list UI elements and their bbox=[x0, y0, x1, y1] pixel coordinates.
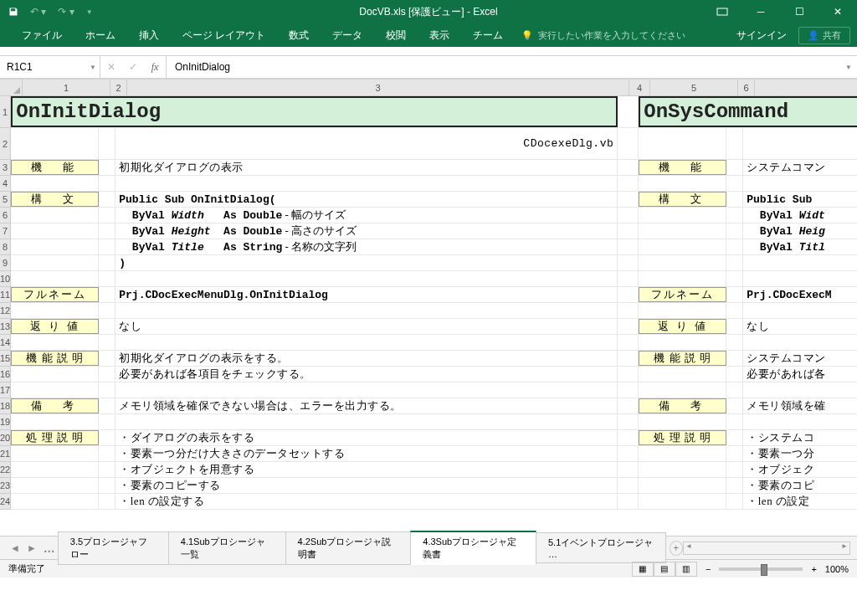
minimize-button[interactable]: ─ bbox=[742, 0, 780, 23]
maximize-button[interactable]: ☐ bbox=[780, 0, 819, 23]
cell[interactable] bbox=[115, 271, 618, 286]
zoom-out-button[interactable]: − bbox=[706, 564, 711, 574]
cell[interactable] bbox=[618, 239, 639, 254]
cell[interactable] bbox=[639, 478, 726, 493]
cell[interactable] bbox=[618, 287, 639, 302]
tab-review[interactable]: 校閲 bbox=[374, 23, 418, 47]
tab-file[interactable]: ファイル bbox=[10, 23, 74, 47]
cell[interactable] bbox=[618, 494, 639, 509]
cell[interactable] bbox=[99, 239, 115, 254]
cell[interactable] bbox=[639, 239, 726, 254]
cell[interactable] bbox=[99, 462, 115, 477]
sheet-tab[interactable]: 3.5プロシージャフロー bbox=[58, 531, 169, 565]
cell[interactable] bbox=[115, 382, 618, 398]
cell[interactable] bbox=[726, 398, 743, 413]
cell[interactable] bbox=[726, 414, 743, 429]
label-cell[interactable]: 備 考 bbox=[11, 398, 99, 413]
cell[interactable]: Public Sub bbox=[743, 192, 857, 207]
view-normal-icon[interactable]: ▦ bbox=[632, 562, 654, 577]
sheet-tab-active[interactable]: 4.3Subプロシージャ定義書 bbox=[410, 531, 536, 565]
cell[interactable] bbox=[726, 287, 743, 302]
select-all-button[interactable] bbox=[0, 80, 23, 95]
cell[interactable] bbox=[618, 223, 639, 239]
cell[interactable] bbox=[726, 128, 743, 159]
cell[interactable]: なし bbox=[743, 319, 857, 334]
row-header[interactable]: 7 bbox=[0, 223, 11, 239]
cell[interactable] bbox=[639, 335, 726, 350]
cell[interactable] bbox=[11, 494, 99, 509]
cell[interactable] bbox=[618, 430, 639, 445]
cell[interactable] bbox=[99, 398, 115, 413]
tab-overflow[interactable]: … bbox=[40, 542, 59, 555]
share-button[interactable]: 👤 共有 bbox=[798, 27, 850, 44]
cell[interactable]: 必要があれば各項目をチェックする。 bbox=[115, 367, 618, 382]
tab-team[interactable]: チーム bbox=[461, 23, 515, 47]
label-cell[interactable]: 処 理 説 明 bbox=[639, 430, 726, 445]
cell[interactable]: ・len の設定 bbox=[743, 494, 857, 509]
cell[interactable] bbox=[618, 446, 639, 461]
formula-input[interactable]: OnInitDialog bbox=[167, 56, 840, 78]
row-header[interactable]: 10 bbox=[0, 271, 11, 287]
cell[interactable] bbox=[618, 335, 639, 350]
title-cell[interactable]: OnSysCommand bbox=[639, 96, 857, 127]
view-pagebreak-icon[interactable]: ▥ bbox=[675, 562, 697, 577]
add-sheet-button[interactable]: + bbox=[670, 541, 683, 556]
cell[interactable] bbox=[11, 382, 99, 398]
cell[interactable] bbox=[11, 208, 99, 223]
col-header[interactable]: 3 bbox=[127, 80, 629, 95]
cell[interactable]: ByVal Heig bbox=[743, 223, 857, 239]
cell[interactable] bbox=[618, 96, 639, 127]
cell[interactable]: システムコマン bbox=[743, 351, 857, 366]
cell[interactable] bbox=[726, 223, 743, 239]
cell[interactable]: 初期化ダイアログの表示をする。 bbox=[115, 351, 618, 366]
horizontal-scrollbar[interactable] bbox=[683, 542, 850, 555]
cell[interactable] bbox=[99, 430, 115, 445]
enter-formula-icon[interactable]: ✓ bbox=[122, 61, 144, 73]
row-header[interactable]: 21 bbox=[0, 446, 11, 462]
cell[interactable] bbox=[726, 303, 743, 318]
cell[interactable] bbox=[618, 303, 639, 318]
cell[interactable] bbox=[618, 414, 639, 429]
cell[interactable] bbox=[115, 414, 618, 429]
cell[interactable] bbox=[99, 414, 115, 429]
cell[interactable]: ByVal Widt bbox=[743, 208, 857, 223]
cell[interactable]: ByVal Titl bbox=[743, 239, 857, 254]
zoom-in-button[interactable]: + bbox=[811, 564, 816, 574]
col-header[interactable]: 4 bbox=[629, 80, 650, 95]
formula-expand-icon[interactable]: ▼ bbox=[840, 56, 857, 78]
cell[interactable] bbox=[618, 319, 639, 334]
cell[interactable] bbox=[11, 128, 99, 159]
cell[interactable] bbox=[99, 478, 115, 493]
cell[interactable] bbox=[11, 303, 99, 318]
zoom-level[interactable]: 100% bbox=[825, 564, 849, 574]
cells-grid[interactable]: OnInitDialog OnSysCommand CDocexeDlg.vb … bbox=[11, 96, 857, 510]
cell[interactable] bbox=[115, 335, 618, 350]
label-cell[interactable]: 備 考 bbox=[639, 398, 726, 413]
cell[interactable] bbox=[743, 255, 857, 270]
cell[interactable] bbox=[618, 478, 639, 493]
cell[interactable] bbox=[618, 462, 639, 477]
sheet-tab[interactable]: 5.1イベントプロシージャ … bbox=[536, 532, 666, 563]
cell[interactable] bbox=[639, 208, 726, 223]
ribbon-display-icon[interactable] bbox=[703, 0, 742, 23]
row-header[interactable]: 4 bbox=[0, 176, 11, 192]
cell[interactable] bbox=[99, 255, 115, 270]
cell[interactable] bbox=[743, 128, 857, 159]
cell[interactable]: システムコマン bbox=[743, 160, 857, 175]
cell[interactable] bbox=[99, 367, 115, 382]
cell[interactable]: ・ダイアログの表示をする bbox=[115, 430, 618, 445]
label-cell[interactable]: 機 能 説 明 bbox=[11, 351, 99, 366]
cell[interactable] bbox=[618, 367, 639, 382]
cell[interactable] bbox=[726, 494, 743, 509]
cell[interactable] bbox=[639, 255, 726, 270]
cell[interactable] bbox=[618, 398, 639, 413]
label-cell[interactable]: 処 理 説 明 bbox=[11, 430, 99, 445]
cell[interactable] bbox=[618, 192, 639, 207]
row-header[interactable]: 3 bbox=[0, 160, 11, 176]
cell[interactable] bbox=[11, 446, 99, 461]
redo-icon[interactable]: ↷ ▾ bbox=[58, 6, 74, 18]
cell[interactable] bbox=[743, 303, 857, 318]
cell[interactable] bbox=[726, 335, 743, 350]
cell[interactable] bbox=[99, 494, 115, 509]
cell[interactable] bbox=[743, 382, 857, 398]
